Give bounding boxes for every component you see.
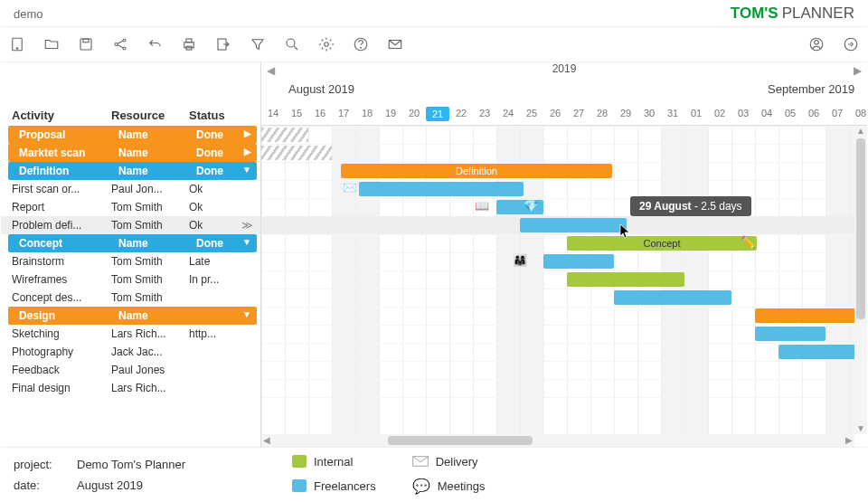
timeline-prev[interactable]: ◀ <box>267 64 275 77</box>
vertical-scrollbar[interactable]: ▲ ▼ <box>854 126 867 434</box>
gantt-bar[interactable]: Concept <box>567 236 757 251</box>
scroll-left-icon[interactable]: ◀ <box>261 434 272 447</box>
gantt-bar[interactable] <box>614 290 731 305</box>
group-row[interactable]: ProposalNameDone▶ <box>8 126 257 144</box>
task-row[interactable]: FeedbackPaul Jones <box>1 361 260 379</box>
hatch-bar <box>261 128 308 142</box>
date-label: date: <box>14 478 77 492</box>
filter-icon[interactable] <box>247 33 269 55</box>
export-icon[interactable] <box>212 33 234 55</box>
folder-icon[interactable] <box>41 33 62 55</box>
date-value: August 2019 <box>77 478 240 492</box>
day-label[interactable]: 23 <box>473 108 496 118</box>
col-activity[interactable]: Activity <box>12 109 111 122</box>
day-label[interactable]: 05 <box>778 108 802 118</box>
svg-rect-8 <box>186 39 192 43</box>
horizontal-scrollbar[interactable]: ◀ ▶ <box>261 434 854 447</box>
bar-icon: ✏️ <box>741 235 755 249</box>
day-label[interactable]: 07 <box>826 108 849 118</box>
logout-icon[interactable] <box>840 33 862 55</box>
cursor-icon <box>619 223 632 242</box>
chevron-icon[interactable]: ▼ <box>242 309 251 319</box>
task-row[interactable]: ReportTom SmithOk <box>1 198 260 216</box>
gantt-bar[interactable] <box>543 254 614 269</box>
bar-icon: 👨‍👩‍👧 <box>513 253 527 267</box>
group-row[interactable]: Marktet scanNameDone▶ <box>8 144 257 162</box>
help-icon[interactable] <box>350 33 372 55</box>
group-row[interactable]: ConceptNameDone▼ <box>8 234 257 252</box>
day-label[interactable]: 19 <box>379 108 402 118</box>
chevron-icon[interactable]: ▶ <box>244 128 251 138</box>
day-label[interactable]: 18 <box>355 108 379 118</box>
day-label[interactable]: 29 <box>614 108 637 118</box>
footer: project: Demo Tom's Planner date: August… <box>1 447 867 501</box>
task-row[interactable]: Final designLars Rich... <box>1 379 260 397</box>
gantt-bar[interactable] <box>567 272 684 287</box>
account-icon[interactable] <box>806 33 827 55</box>
tooltip: 29 August - 2.5 days <box>630 196 751 216</box>
day-label[interactable]: 28 <box>590 108 614 118</box>
project-value: Demo Tom's Planner <box>77 458 240 471</box>
scroll-right-icon[interactable]: ▶ <box>844 434 854 447</box>
day-label[interactable]: 08 <box>849 108 867 118</box>
settings-icon[interactable] <box>316 33 337 55</box>
task-row[interactable]: Concept des...Tom Smith <box>1 289 260 307</box>
new-file-icon[interactable] <box>6 33 28 55</box>
expand-icon[interactable]: ≫ <box>241 219 253 232</box>
day-label[interactable]: 15 <box>285 108 308 118</box>
gantt-bar[interactable] <box>520 218 627 232</box>
search-icon[interactable] <box>281 33 303 55</box>
timeline-next[interactable]: ▶ <box>854 64 862 77</box>
day-label[interactable]: 20 <box>402 108 426 118</box>
day-label[interactable]: 26 <box>543 108 567 118</box>
scroll-down-icon[interactable]: ▼ <box>854 423 867 434</box>
task-row[interactable]: Problem defi...Tom SmithOk≫ <box>1 216 260 234</box>
group-row[interactable]: DesignName▼ <box>8 307 257 325</box>
day-label[interactable]: 02 <box>708 108 731 118</box>
gantt-bar[interactable] <box>359 182 524 196</box>
col-resource[interactable]: Resource <box>111 109 189 122</box>
chevron-icon[interactable]: ▶ <box>244 147 251 156</box>
share-icon[interactable] <box>109 33 131 55</box>
scroll-up-icon[interactable]: ▲ <box>854 126 867 137</box>
day-label[interactable]: 24 <box>496 108 520 118</box>
task-row[interactable]: WireframesTom SmithIn pr... <box>1 270 260 289</box>
day-label[interactable]: 03 <box>731 108 755 118</box>
legend-item: 💬Meetings <box>412 478 486 495</box>
day-label[interactable]: 27 <box>567 108 590 118</box>
gantt-bar[interactable] <box>755 327 826 341</box>
scroll-thumb[interactable] <box>388 436 533 445</box>
gantt-bar[interactable]: Design <box>755 308 867 323</box>
task-row[interactable]: PhotographyJack Jac... <box>1 343 260 361</box>
hatch-bar <box>261 146 332 160</box>
day-label[interactable]: 01 <box>684 108 708 118</box>
day-label[interactable]: 16 <box>308 108 332 118</box>
col-status[interactable]: Status <box>189 109 243 122</box>
task-row[interactable]: First scan or...Paul Jon...Ok <box>1 180 260 198</box>
task-row[interactable]: BrainstormTom SmithLate <box>1 252 260 270</box>
group-row[interactable]: DefinitionNameDone▼ <box>8 162 257 180</box>
svg-point-14 <box>361 47 362 48</box>
day-label[interactable]: 25 <box>520 108 543 118</box>
task-row[interactable]: SketchingLars Rich...http... <box>1 325 260 343</box>
day-label[interactable]: 21 <box>426 107 449 121</box>
undo-icon[interactable] <box>144 33 165 55</box>
day-label[interactable]: 04 <box>755 108 778 118</box>
chevron-icon[interactable]: ▼ <box>242 237 251 247</box>
chevron-icon[interactable]: ▼ <box>242 165 251 175</box>
day-label[interactable]: 06 <box>802 108 826 118</box>
print-icon[interactable] <box>178 33 200 55</box>
gantt-bar[interactable]: Definition <box>341 164 612 178</box>
day-label[interactable]: 22 <box>449 108 473 118</box>
svg-point-11 <box>287 39 295 47</box>
mail-icon[interactable] <box>384 33 406 55</box>
day-label[interactable]: 17 <box>332 108 355 118</box>
scroll-thumb[interactable] <box>856 138 865 319</box>
svg-rect-2 <box>80 39 91 50</box>
project-label: project: <box>14 458 77 471</box>
svg-point-17 <box>815 41 819 45</box>
day-label[interactable]: 14 <box>261 108 285 118</box>
day-label[interactable]: 31 <box>661 108 684 118</box>
day-label[interactable]: 30 <box>637 108 661 118</box>
save-icon[interactable] <box>75 33 97 55</box>
